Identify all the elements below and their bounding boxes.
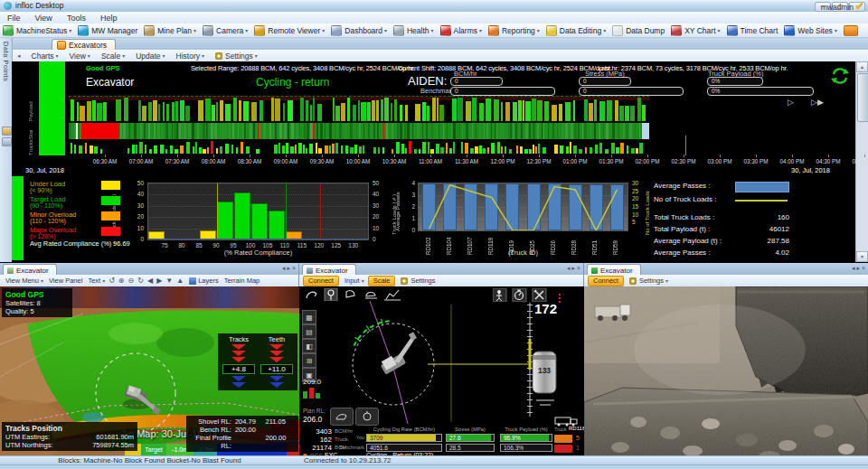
aiden-bcmhr-field[interactable]: 0 — [450, 77, 503, 86]
chart-toolbar-scale[interactable]: Scale▾ — [101, 52, 125, 61]
zoom-in-icon[interactable]: ⊕ — [118, 277, 125, 285]
hist-refline — [286, 183, 287, 239]
stat-stripe — [192, 123, 194, 139]
shovel-rl-label: Shovel RL: — [189, 417, 235, 426]
dig-tab-nav-icons[interactable]: ◂ ▸ × — [567, 265, 580, 272]
scroll-thumb[interactable] — [857, 73, 868, 122]
aiden-stress-field[interactable]: 0 — [579, 77, 631, 86]
scale-button[interactable]: Scale — [368, 276, 396, 286]
toolbar-time-chart[interactable]: Time Chart — [727, 25, 778, 36]
toolbar-reporting[interactable]: Reporting▾ — [488, 25, 540, 36]
stat-stripe — [175, 123, 175, 139]
stat-stripe — [521, 123, 523, 139]
cycle-bar — [422, 102, 426, 121]
quick-launch-icon[interactable] — [844, 25, 858, 36]
camera-settings-button[interactable]: Settings▾ — [629, 277, 668, 285]
tool-grid-icon[interactable]: ▦ — [302, 310, 316, 324]
toolbar-remote-viewer[interactable]: Remote Viewer▾ — [254, 25, 325, 36]
data-points-sidebar[interactable]: Data Points — [0, 38, 13, 262]
menu-help[interactable]: Help — [93, 14, 125, 23]
dig-guidance-view[interactable]: ▦ ▤ ◧ ⊞ ▣ 209.0 Plan RL: 206.0 172 133 — [299, 286, 584, 455]
time-tick — [792, 155, 793, 157]
compliance-histogram[interactable] — [147, 183, 369, 240]
refresh-view-icon[interactable]: ↻ — [137, 277, 144, 285]
dig-mode-icon[interactable] — [355, 408, 379, 426]
toolbar-collapse-icon[interactable]: ◂ — [17, 52, 21, 60]
timeline-play-end-icon[interactable]: ▷▶ — [811, 98, 824, 107]
timeline-play-icon[interactable]: ▷ — [788, 98, 794, 107]
time-tick — [141, 155, 142, 157]
toolbar-mw-manager[interactable]: MW Manager — [78, 25, 137, 36]
settings-button[interactable]: Settings — [401, 277, 435, 285]
toolbar-web-sites[interactable]: Web Sites▾ — [784, 25, 837, 36]
text-button[interactable]: Text▾ — [88, 277, 105, 285]
camera-view[interactable] — [584, 286, 868, 464]
pan-down-icon[interactable]: ▼ — [165, 277, 173, 285]
sidebar-tool-icon[interactable] — [2, 127, 12, 136]
benchmark-payload-field[interactable]: 0% — [707, 87, 814, 96]
toolbar-machinestatus[interactable]: MachineStatus▾ — [3, 25, 71, 36]
toolbar-dashboard[interactable]: Dashboard▾ — [331, 25, 387, 36]
truck-bar — [516, 145, 518, 154]
zoom-out-icon[interactable]: ⊖ — [128, 277, 135, 285]
chart-toolbar-update[interactable]: Update▾ — [136, 52, 165, 61]
toolbar-xy-chart[interactable]: XY Chart▾ — [671, 25, 720, 36]
chart-toolbar-charts[interactable]: Charts▾ — [32, 52, 59, 61]
camera-tab-nav-icons[interactable]: ◂ ▸ × — [852, 265, 865, 272]
data-dump-icon — [612, 25, 623, 36]
scale-target-segment: Target — [141, 444, 166, 455]
layers-button[interactable]: Layers — [189, 277, 219, 285]
menu-file[interactable]: File — [0, 14, 28, 23]
pan-up-icon[interactable]: ▲ — [176, 277, 184, 285]
aiden-payload-field[interactable]: 0% — [707, 77, 763, 86]
chart-toolbar-view[interactable]: View▾ — [70, 52, 90, 61]
chart-toolbar-history[interactable]: History▾ — [176, 52, 204, 61]
cycle-timeline-chart[interactable] — [69, 96, 853, 154]
layers-icon — [189, 277, 196, 285]
stat-stripe — [496, 123, 498, 139]
benchmark-stress-field[interactable]: 0 — [579, 87, 684, 96]
dig-mode-icons[interactable] — [305, 288, 404, 301]
scroll-down-icon[interactable]: ▼ — [856, 251, 868, 262]
toolbar-alarms[interactable]: Alarms▾ — [440, 25, 482, 36]
cycle-bar — [494, 99, 499, 121]
tool-plus-icon[interactable]: ⊞ — [302, 353, 316, 368]
connect-button[interactable]: Connect — [303, 276, 339, 286]
terrain-map-button[interactable]: Terrain Map — [224, 277, 260, 285]
refresh-icon[interactable] — [830, 67, 850, 85]
toolbar-data-dump[interactable]: Data Dump — [612, 25, 665, 36]
menu-tools[interactable]: Tools — [60, 14, 93, 23]
timeline-cursor[interactable] — [685, 136, 686, 155]
terrain-map-view[interactable]: Good GPS Satellites: 8 Quality: 5 Tracks… — [0, 286, 299, 455]
view-menu-button[interactable]: View Menu▾ — [5, 277, 43, 285]
chart-toolbar-settings[interactable]: Settings▾ — [215, 52, 258, 61]
scroll-up-icon[interactable]: ▲ — [856, 61, 868, 72]
truck-category-label: RD104 — [446, 233, 452, 255]
stat-stripe — [537, 123, 539, 139]
toolbar-health[interactable]: Health▾ — [393, 25, 434, 36]
stat-stripe — [542, 123, 542, 139]
toolbar-data-editing[interactable]: Data Editing▾ — [546, 25, 606, 36]
dig-utility-icons[interactable] — [493, 288, 551, 302]
sidebar-map-icon[interactable] — [2, 137, 12, 146]
truck-bar — [636, 148, 638, 154]
view-panel-button[interactable]: View Panel — [49, 277, 82, 285]
toolbar-mine-plan[interactable]: Mine Plan▾ — [144, 25, 196, 36]
rotate-ccw-icon[interactable]: ↺ — [108, 277, 115, 285]
menu-view[interactable]: View — [28, 14, 60, 23]
map-tab-nav-icons[interactable]: ◂ ▸ × — [282, 265, 296, 272]
camera-connect-button[interactable]: Connect — [588, 276, 624, 286]
truck-passes-chart[interactable] — [418, 183, 628, 231]
cycle-bar — [501, 102, 503, 121]
benchmark-bcmhr-field[interactable]: 0 — [450, 87, 555, 96]
stat-stripe — [320, 123, 323, 139]
tool-rows-icon[interactable]: ▤ — [302, 324, 316, 339]
pan-right-icon[interactable]: ▶ — [156, 277, 162, 285]
bucket-mode-icon[interactable] — [330, 408, 354, 426]
pan-left-icon[interactable]: ◀ — [147, 277, 153, 285]
tool-half-icon[interactable]: ◧ — [302, 339, 316, 353]
input-button[interactable]: Input▾ — [344, 277, 364, 285]
camera-tab-label: Excavator — [600, 267, 633, 275]
gauge-label-cycling-dig-rate-bcm-hr-: Cycling Dig Rate (BCM/hr) — [359, 427, 449, 432]
toolbar-camera[interactable]: Camera▾ — [203, 25, 248, 36]
